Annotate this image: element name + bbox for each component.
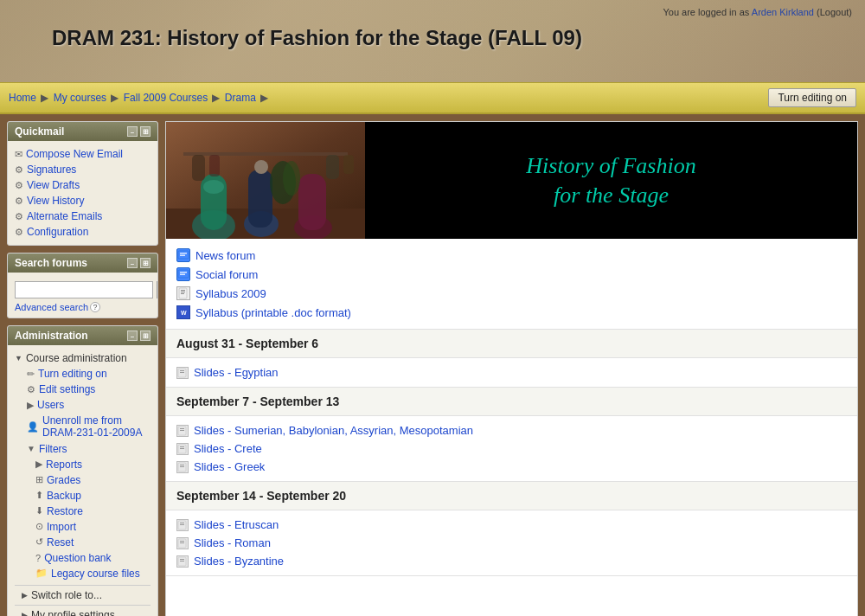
grades-link[interactable]: ⊞ Grades xyxy=(15,472,151,488)
slides-sumerian-link[interactable]: Slides - Sumerian, Babylonian, Assyrian,… xyxy=(194,424,473,437)
reset-link[interactable]: ↺ Reset xyxy=(15,535,151,550)
svg-rect-26 xyxy=(181,292,185,292)
drafts-icon: ⚙ xyxy=(15,180,23,191)
news-forum-item: News forum xyxy=(176,246,847,265)
search-input[interactable] xyxy=(15,281,153,298)
quickmail-config-icon[interactable]: ⊞ xyxy=(140,126,151,137)
question-bank-link[interactable]: ? Question bank xyxy=(15,550,151,566)
svg-rect-20 xyxy=(180,255,185,257)
breadcrumb: Home ▶ My courses ▶ Fall 2009 Courses ▶ … xyxy=(9,92,270,104)
slides-greek-icon xyxy=(176,461,189,473)
breadcrumb-drama[interactable]: Drama xyxy=(225,92,256,104)
week-aug31-content: Slides - Egyptian xyxy=(166,358,857,387)
search-row: Go xyxy=(15,281,151,298)
syllabus-doc-item: W Syllabus (printable .doc format) xyxy=(176,303,847,322)
news-forum-icon xyxy=(176,248,190,262)
users-arrow-icon: ▶ xyxy=(27,400,34,411)
svg-point-5 xyxy=(203,180,224,194)
breadcrumb-home[interactable]: Home xyxy=(9,92,36,104)
svg-rect-27 xyxy=(181,293,184,294)
edit-settings-link[interactable]: ⚙ Edit settings xyxy=(15,382,151,397)
restore-link[interactable]: ⬇ Restore xyxy=(15,504,151,519)
backup-link[interactable]: ⬆ Backup xyxy=(15,488,151,504)
slides-etruscan-link[interactable]: Slides - Etruscan xyxy=(194,518,279,531)
filters-link[interactable]: ▼ Filters xyxy=(15,441,151,457)
view-history-link[interactable]: ⚙ View History xyxy=(15,193,151,209)
search-forums-content: Go Advanced search ? xyxy=(8,273,157,318)
svg-rect-22 xyxy=(180,272,187,273)
legacy-files-link[interactable]: 📁 Legacy course files xyxy=(15,566,151,581)
slides-greek-link[interactable]: Slides - Greek xyxy=(194,460,265,473)
filter-icon: ▼ xyxy=(27,444,35,453)
reports-link[interactable]: ▶ Reports xyxy=(15,457,151,472)
banner-title-box: History of Fashion for the Stage xyxy=(365,122,857,239)
slides-sumerian-icon xyxy=(176,425,189,437)
slides-roman-item: Slides - Roman xyxy=(176,534,847,552)
turn-editing-on-link[interactable]: ✏ Turn editing on xyxy=(15,366,151,382)
main-layout: Quickmail – ⊞ ✉ Compose New Email ⚙ Sign… xyxy=(0,114,865,616)
turn-editing-button[interactable]: Turn editing on xyxy=(768,88,856,107)
banner-image-svg xyxy=(166,122,365,239)
search-config-icon[interactable]: ⊞ xyxy=(140,258,151,268)
admin-minimize-icon[interactable]: – xyxy=(127,330,138,341)
slides-crete-link[interactable]: Slides - Crete xyxy=(194,442,262,455)
syllabus-printable-link[interactable]: Syllabus (printable .doc format) xyxy=(195,306,351,319)
course-admin-section[interactable]: ▼ Course administration xyxy=(15,350,151,366)
svg-rect-40 xyxy=(180,465,184,465)
slides-roman-icon xyxy=(176,537,189,549)
alt-email-icon: ⚙ xyxy=(15,211,23,222)
slides-egyptian-item: Slides - Egyptian xyxy=(176,363,847,382)
configuration-link[interactable]: ⚙ Configuration xyxy=(15,224,151,240)
breadcrumb-mycourses[interactable]: My courses xyxy=(54,92,106,104)
week-sep7-section: September 7 - September 13 Slides - Sume… xyxy=(166,388,857,482)
email-icon: ✉ xyxy=(15,149,22,160)
syllabus-doc-icon xyxy=(176,286,190,300)
users-link[interactable]: ▶ Users xyxy=(15,397,151,413)
slides-etruscan-item: Slides - Etruscan xyxy=(176,516,847,534)
svg-rect-47 xyxy=(180,542,184,543)
unenroll-link[interactable]: 👤 Unenroll me fromDRAM-231-01-2009A xyxy=(15,413,151,441)
user-icon: 👤 xyxy=(27,421,39,433)
syllabus-link[interactable]: Syllabus 2009 xyxy=(195,287,266,300)
svg-rect-46 xyxy=(180,541,184,542)
svg-rect-43 xyxy=(180,523,184,523)
admin-config-icon[interactable]: ⊞ xyxy=(140,330,151,341)
week-aug31-header: August 31 - September 6 xyxy=(166,330,857,358)
administration-header: Administration – ⊞ xyxy=(8,326,157,345)
search-minimize-icon[interactable]: – xyxy=(127,258,138,268)
slides-byzantine-link[interactable]: Slides - Byzantine xyxy=(194,555,284,568)
slides-roman-link[interactable]: Slides - Roman xyxy=(194,536,271,549)
compose-email-link[interactable]: ✉ Compose New Email xyxy=(15,146,151,162)
svg-point-12 xyxy=(283,161,300,196)
alternate-emails-link[interactable]: ⚙ Alternate Emails xyxy=(15,209,151,224)
week-sep14-content: Slides - Etruscan Slides - Roman Slides … xyxy=(166,510,857,575)
administration-block: Administration – ⊞ ▼ Course administrati… xyxy=(7,325,158,616)
config-icon: ⚙ xyxy=(15,227,23,238)
social-forum-link[interactable]: Social forum xyxy=(195,268,258,281)
advanced-search-link[interactable]: Advanced search ? xyxy=(15,302,151,312)
breadcrumb-fall2009[interactable]: Fall 2009 Courses xyxy=(124,92,208,104)
svg-rect-31 xyxy=(180,370,184,371)
reports-arrow-icon: ▶ xyxy=(35,459,42,470)
news-forum-link[interactable]: News forum xyxy=(195,249,255,262)
svg-rect-17 xyxy=(343,155,354,174)
svg-rect-23 xyxy=(180,274,185,276)
slides-egyptian-link[interactable]: Slides - Egyptian xyxy=(194,366,279,379)
svg-rect-15 xyxy=(209,155,220,176)
import-link[interactable]: ⊙ Import xyxy=(15,519,151,535)
view-drafts-link[interactable]: ⚙ View Drafts xyxy=(15,177,151,193)
signatures-link[interactable]: ⚙ Signatures xyxy=(15,162,151,177)
slides-etruscan-icon xyxy=(176,519,189,531)
svg-rect-25 xyxy=(181,290,185,291)
social-forum-item: Social forum xyxy=(176,265,847,284)
svg-rect-14 xyxy=(192,155,205,181)
course-admin-triangle: ▼ xyxy=(15,354,22,363)
site-header: You are logged in as Arden Kirkland (Log… xyxy=(0,0,865,82)
my-profile-section[interactable]: ▶ My profile settings xyxy=(15,606,151,616)
svg-rect-50 xyxy=(180,561,184,561)
search-go-button[interactable]: Go xyxy=(157,281,158,298)
history-icon: ⚙ xyxy=(15,196,23,207)
switch-role-section[interactable]: ▶ Switch role to... xyxy=(15,586,151,605)
advanced-search-help-icon[interactable]: ? xyxy=(90,302,100,312)
quickmail-minimize-icon[interactable]: – xyxy=(127,126,138,137)
